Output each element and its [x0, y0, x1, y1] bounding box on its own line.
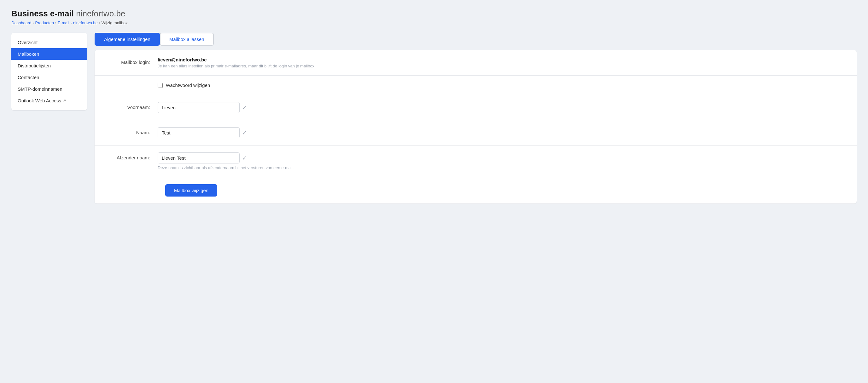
form-row-afzender: Afzender naam: ✓ Deze naam is zichtbaar … [95, 145, 857, 177]
tab-mailbox-aliassen[interactable]: Mailbox aliassen [160, 33, 214, 46]
password-label [107, 82, 158, 85]
naam-input-group: ✓ [158, 127, 844, 138]
sidebar-item-smtp[interactable]: SMTP-domeinnamen [11, 83, 87, 95]
mailbox-login-hint: Je kan een alias instellen als primair e… [158, 64, 844, 68]
submit-button[interactable]: Mailbox wijzigen [165, 184, 217, 197]
sidebar: Overzicht Mailboxen Distributielijsten C… [11, 33, 87, 110]
form-row-password: Wachtwoord wijzigen [95, 76, 857, 95]
main-area: Algemene instellingen Mailbox aliassen M… [95, 33, 857, 204]
tab-algemene-instellingen[interactable]: Algemene instellingen [95, 33, 160, 46]
password-checkbox-label: Wachtwoord wijzigen [166, 82, 210, 88]
naam-input[interactable] [158, 127, 240, 138]
breadcrumb: Dashboard › Producten › E-mail › ninefor… [11, 21, 857, 25]
form-row-voornaam: Voornaam: ✓ [95, 95, 857, 120]
sidebar-item-distributielijsten[interactable]: Distributielijsten [11, 60, 87, 71]
naam-label: Naam: [107, 127, 158, 135]
afzender-label: Afzender naam: [107, 152, 158, 160]
mailbox-login-label: Mailbox login: [107, 57, 158, 65]
naam-check-icon: ✓ [242, 130, 247, 136]
sidebar-item-overzicht[interactable]: Overzicht [11, 37, 87, 48]
form-row-mailbox-login: Mailbox login: lieven@ninefortwo.be Je k… [95, 50, 857, 76]
naam-content: ✓ [158, 127, 844, 138]
afzender-check-icon: ✓ [242, 155, 247, 162]
voornaam-input-group: ✓ [158, 102, 844, 113]
password-checkbox[interactable] [158, 83, 163, 88]
voornaam-content: ✓ [158, 102, 844, 113]
breadcrumb-current: Wijzig mailbox [101, 21, 128, 25]
form-card: Mailbox login: lieven@ninefortwo.be Je k… [95, 50, 857, 204]
mailbox-login-value: lieven@ninefortwo.be [158, 57, 844, 62]
voornaam-check-icon: ✓ [242, 104, 247, 111]
afzender-hint: Deze naam is zichtbaar als afzendernaam … [158, 165, 844, 170]
form-row-naam: Naam: ✓ [95, 120, 857, 145]
form-row-submit: Mailbox wijzigen [95, 177, 857, 204]
owa-label: Outlook Web Access [18, 98, 61, 103]
content-layout: Overzicht Mailboxen Distributielijsten C… [11, 33, 857, 204]
afzender-input[interactable] [158, 152, 240, 164]
breadcrumb-domain[interactable]: ninefortwo.be [73, 21, 98, 25]
page-header: Business e-mail ninefortwo.be Dashboard … [11, 9, 857, 25]
breadcrumb-email[interactable]: E-mail [58, 21, 69, 25]
breadcrumb-dashboard[interactable]: Dashboard [11, 21, 32, 25]
mailbox-login-content: lieven@ninefortwo.be Je kan een alias in… [158, 57, 844, 68]
afzender-input-group: ✓ [158, 152, 844, 164]
tabs: Algemene instellingen Mailbox aliassen [95, 33, 857, 46]
sidebar-item-contacten[interactable]: Contacten [11, 71, 87, 83]
sidebar-item-mailboxen[interactable]: Mailboxen [11, 48, 87, 60]
external-link-icon: ↗ [63, 99, 66, 103]
password-content: Wachtwoord wijzigen [158, 82, 844, 88]
sidebar-item-owa[interactable]: Outlook Web Access ↗ [11, 95, 87, 106]
page-title: Business e-mail ninefortwo.be [11, 9, 857, 19]
breadcrumb-producten[interactable]: Producten [35, 21, 54, 25]
password-checkbox-row: Wachtwoord wijzigen [158, 82, 844, 88]
voornaam-label: Voornaam: [107, 102, 158, 110]
afzender-content: ✓ Deze naam is zichtbaar als afzendernaa… [158, 152, 844, 170]
voornaam-input[interactable] [158, 102, 240, 113]
